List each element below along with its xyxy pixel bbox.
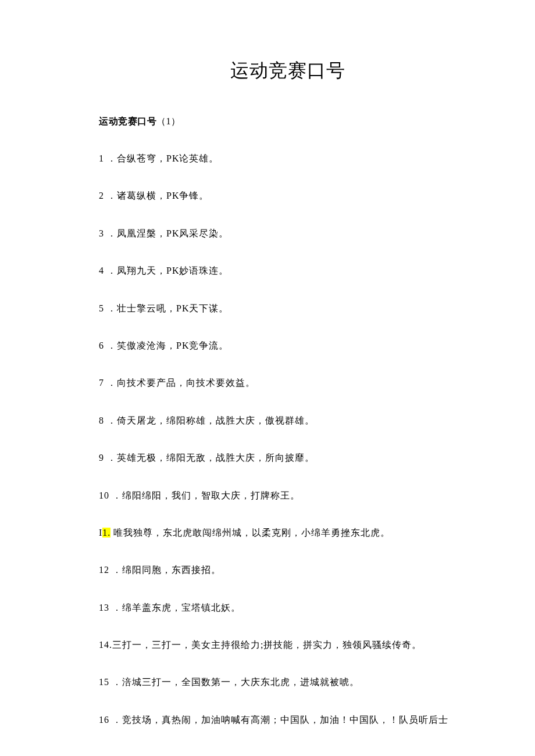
item-text: 诸葛纵横，PK争锋。 (117, 191, 209, 200)
list-item: 7 ．向技术要产品，向技术要效益。 (99, 377, 477, 389)
item-num: 9 ． (99, 453, 117, 463)
item-num: 7 ． (99, 378, 117, 388)
list-item: 12 ．绵阳同胞，东西接招。 (99, 564, 477, 576)
item-num: 3 ． (99, 228, 117, 238)
item-text: 合纵苍穹，PK论英雄。 (117, 153, 219, 163)
item-num: 14. (99, 640, 112, 650)
item-text: 唯我独尊，东北虎敢闯绵州城，以柔克刚，小绵羊勇挫东北虎。 (110, 528, 390, 538)
item-text: 壮士擎云吼，PK天下谋。 (117, 303, 229, 313)
item-num: 4 ． (99, 266, 117, 275)
list-item: 4 ．凤翔九天，PK妙语珠连。 (99, 264, 477, 277)
item-text: 凤凰涅槃，PK风采尽染。 (117, 228, 229, 238)
item-text: 倚天屠龙，绵阳称雄，战胜大庆，傲视群雄。 (117, 415, 315, 425)
list-item: 14.三打一，三打一，美女主持很给力;拼技能，拼实力，独领风骚续传奇。 (99, 639, 477, 651)
item-text: 涪城三打一，全国数第一，大庆东北虎，进城就被唬。 (122, 677, 359, 687)
list-item: 8 ．倚天屠龙，绵阳称雄，战胜大庆，傲视群雄。 (99, 414, 477, 427)
item-num: 1 ． (99, 153, 117, 163)
list-item: 2 ．诸葛纵横，PK争锋。 (99, 189, 477, 202)
list-item: 13 ．绵羊盖东虎，宝塔镇北妖。 (99, 601, 477, 614)
item-text: 笑傲凌沧海，PK竞争流。 (117, 341, 229, 350)
list-item: 3 ．凤凰涅槃，PK风采尽染。 (99, 227, 477, 240)
list-item: 10 ．绵阳绵阳，我们，智取大庆，打牌称王。 (99, 489, 477, 502)
item-num: 8 ． (99, 415, 117, 425)
item-num: 2 ． (99, 191, 117, 200)
list-item: 5 ．壮士擎云吼，PK天下谋。 (99, 302, 477, 315)
item-num: 13 ． (99, 603, 122, 612)
document-title: 运动竞赛口号 (99, 58, 477, 84)
list-item: 1 ．合纵苍穹，PK论英雄。 (99, 152, 477, 165)
section-heading-prefix: 运动竞赛口号 (99, 116, 156, 126)
list-item: 6 ．笑傲凌沧海，PK竞争流。 (99, 339, 477, 352)
item-num: 12 ． (99, 565, 122, 575)
item-num-highlight: 1. (102, 528, 110, 538)
item-text: 绵羊盖东虎，宝塔镇北妖。 (122, 603, 241, 612)
section-heading-suffix: （1） (156, 116, 181, 126)
item-text: 英雄无极，绵阳无敌，战胜大庆，所向披靡。 (117, 453, 315, 463)
list-item: 15 ．涪城三打一，全国数第一，大庆东北虎，进城就被唬。 (99, 676, 477, 689)
list-item: 9 ．英雄无极，绵阳无敌，战胜大庆，所向披靡。 (99, 452, 477, 464)
item-text: 竞技场，真热闹，加油呐喊有高潮；中国队，加油！中国队，！队员听后士 (122, 715, 448, 725)
item-num: 5 ． (99, 303, 117, 313)
item-num: 16 ． (99, 715, 122, 725)
item-text: 绵阳绵阳，我们，智取大庆，打牌称王。 (122, 490, 300, 500)
item-text: 三打一，三打一，美女主持很给力;拼技能，拼实力，独领风骚续传奇。 (112, 640, 422, 650)
section-heading: 运动竞赛口号（1） (99, 116, 477, 128)
item-num: 6 ． (99, 341, 117, 350)
item-text: 向技术要产品，向技术要效益。 (117, 378, 255, 388)
list-item: 16 ．竞技场，真热闹，加油呐喊有高潮；中国队，加油！中国队，！队员听后士 (99, 714, 477, 726)
list-item: I1. 唯我独尊，东北虎敢闯绵州城，以柔克刚，小绵羊勇挫东北虎。 (99, 526, 477, 539)
item-text: 绵阳同胞，东西接招。 (122, 565, 221, 575)
item-num: 15 ． (99, 677, 122, 687)
item-num: 10 ． (99, 490, 122, 500)
item-text: 凤翔九天，PK妙语珠连。 (117, 266, 229, 275)
